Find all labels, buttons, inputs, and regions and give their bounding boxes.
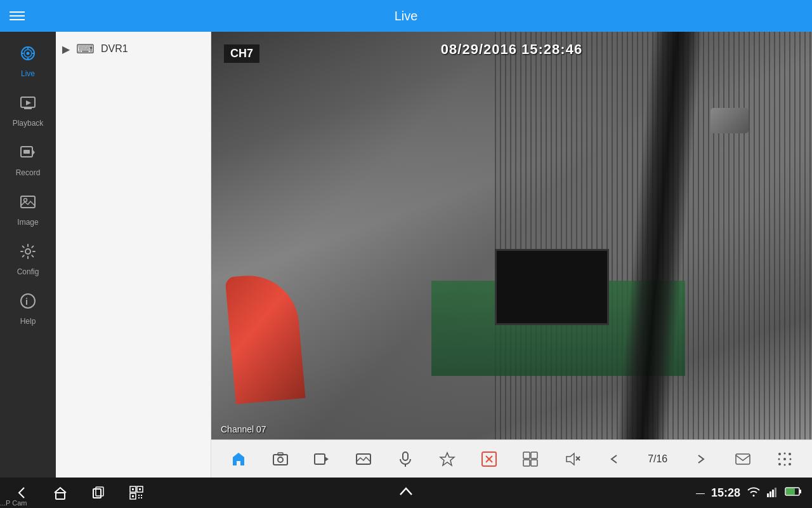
sidebar-item-playback[interactable]: Playback bbox=[3, 88, 53, 134]
image-capture-button[interactable] bbox=[350, 445, 377, 473]
snapshot-button[interactable] bbox=[266, 445, 294, 473]
video-timestamp: 08/29/2016 15:28:46 bbox=[441, 41, 582, 58]
playback-icon bbox=[19, 94, 37, 116]
qr-button[interactable] bbox=[124, 480, 149, 505]
sidebar-item-label: Config bbox=[17, 267, 39, 276]
app-label: Impuls...P Cam bbox=[0, 498, 27, 508]
svg-point-39 bbox=[778, 453, 781, 455]
dvr-name: DVR1 bbox=[101, 43, 128, 55]
svg-rect-63 bbox=[775, 488, 776, 497]
system-time: 15:28 bbox=[711, 486, 740, 500]
dvr-header[interactable]: ▶ ⌨ DVR1 bbox=[56, 32, 211, 66]
svg-point-46 bbox=[790, 458, 792, 460]
wifi-icon bbox=[747, 486, 761, 500]
grid-view-button[interactable] bbox=[516, 445, 544, 473]
svg-rect-37 bbox=[736, 454, 750, 464]
android-home-button[interactable] bbox=[48, 480, 73, 505]
prev-page-button[interactable] bbox=[600, 445, 628, 473]
live-icon bbox=[19, 44, 37, 67]
main-content: Live Playback Record bbox=[0, 32, 812, 478]
svg-rect-18 bbox=[273, 455, 287, 465]
video-feed: CH7 08/29/2016 15:28:46 Channel 07 bbox=[211, 32, 812, 439]
svg-point-45 bbox=[778, 458, 780, 460]
svg-point-40 bbox=[789, 453, 791, 455]
sidebar-item-config[interactable]: Config bbox=[3, 236, 53, 283]
svg-rect-60 bbox=[767, 493, 769, 497]
nav-buttons bbox=[10, 480, 149, 505]
top-bar: Live bbox=[0, 0, 812, 32]
menu-button[interactable] bbox=[10, 11, 25, 20]
config-icon bbox=[19, 243, 37, 265]
svg-rect-53 bbox=[132, 488, 134, 490]
dvr-device-icon: ⌨ bbox=[76, 41, 95, 57]
svg-rect-30 bbox=[523, 452, 530, 458]
close-screen-button[interactable] bbox=[475, 445, 503, 473]
page-indicator: 7/16 bbox=[642, 453, 674, 465]
svg-marker-11 bbox=[32, 149, 35, 156]
sidebar-item-label: Record bbox=[16, 168, 41, 177]
svg-rect-48 bbox=[93, 489, 101, 498]
recents-button[interactable] bbox=[86, 480, 111, 505]
dvr-panel: ▶ ⌨ DVR1 bbox=[56, 32, 211, 478]
sidebar: Live Playback Record bbox=[0, 32, 56, 478]
svg-rect-62 bbox=[772, 490, 774, 497]
next-page-button[interactable] bbox=[687, 445, 715, 473]
svg-rect-31 bbox=[531, 452, 537, 458]
sidebar-item-help[interactable]: i Help bbox=[3, 286, 53, 332]
home-button[interactable] bbox=[225, 445, 252, 473]
svg-rect-56 bbox=[138, 495, 140, 496]
page-title: Live bbox=[395, 9, 418, 23]
svg-point-44 bbox=[784, 464, 786, 465]
svg-rect-21 bbox=[315, 454, 325, 464]
multiview-button[interactable] bbox=[771, 445, 799, 473]
battery-icon bbox=[785, 486, 802, 499]
svg-rect-55 bbox=[132, 495, 134, 497]
sidebar-item-live[interactable]: Live bbox=[3, 38, 53, 84]
svg-point-42 bbox=[789, 463, 791, 465]
system-status: — 15:28 bbox=[696, 486, 802, 500]
svg-rect-32 bbox=[523, 460, 530, 466]
svg-point-19 bbox=[278, 457, 283, 462]
svg-point-41 bbox=[778, 463, 781, 465]
dvr-expand-icon: ▶ bbox=[62, 43, 70, 55]
video-area[interactable]: CH7 08/29/2016 15:28:46 Channel 07 bbox=[211, 32, 812, 478]
svg-rect-47 bbox=[56, 493, 65, 499]
record-video-button[interactable] bbox=[308, 445, 336, 473]
svg-rect-57 bbox=[141, 495, 142, 496]
svg-rect-54 bbox=[139, 488, 141, 490]
svg-point-38 bbox=[783, 458, 786, 460]
record-icon bbox=[19, 144, 37, 166]
microphone-button[interactable] bbox=[391, 445, 419, 473]
camera-device bbox=[710, 108, 749, 133]
svg-marker-34 bbox=[566, 453, 574, 465]
image-icon bbox=[19, 193, 37, 215]
mute-button[interactable] bbox=[558, 445, 586, 473]
help-icon: i bbox=[19, 292, 37, 314]
sidebar-item-record[interactable]: Record bbox=[3, 137, 53, 184]
svg-marker-22 bbox=[325, 457, 329, 462]
svg-point-43 bbox=[784, 452, 786, 454]
svg-rect-59 bbox=[141, 497, 142, 498]
up-chevron[interactable] bbox=[396, 482, 416, 504]
channel-name-label: Channel 07 bbox=[221, 424, 266, 434]
message-button[interactable] bbox=[729, 445, 757, 473]
svg-rect-12 bbox=[23, 150, 30, 154]
svg-rect-13 bbox=[21, 196, 35, 208]
sidebar-item-label: Image bbox=[17, 218, 38, 227]
favorite-button[interactable] bbox=[433, 445, 461, 473]
svg-text:i: i bbox=[25, 297, 28, 307]
signal-icon bbox=[767, 486, 778, 500]
svg-point-14 bbox=[24, 199, 27, 202]
svg-rect-58 bbox=[138, 497, 140, 498]
video-container: CH7 08/29/2016 15:28:46 Channel 07 bbox=[211, 32, 812, 439]
svg-rect-33 bbox=[531, 460, 537, 466]
sidebar-item-label: Help bbox=[20, 317, 36, 326]
svg-marker-26 bbox=[440, 453, 454, 465]
svg-rect-61 bbox=[769, 491, 771, 497]
monitor-device bbox=[495, 249, 609, 325]
svg-marker-8 bbox=[26, 100, 31, 105]
channel-overlay-label: CH7 bbox=[224, 44, 259, 63]
system-bar: Impuls...P Cam — 15:28 bbox=[0, 478, 812, 508]
red-object bbox=[225, 272, 305, 404]
sidebar-item-image[interactable]: Image bbox=[3, 187, 53, 233]
